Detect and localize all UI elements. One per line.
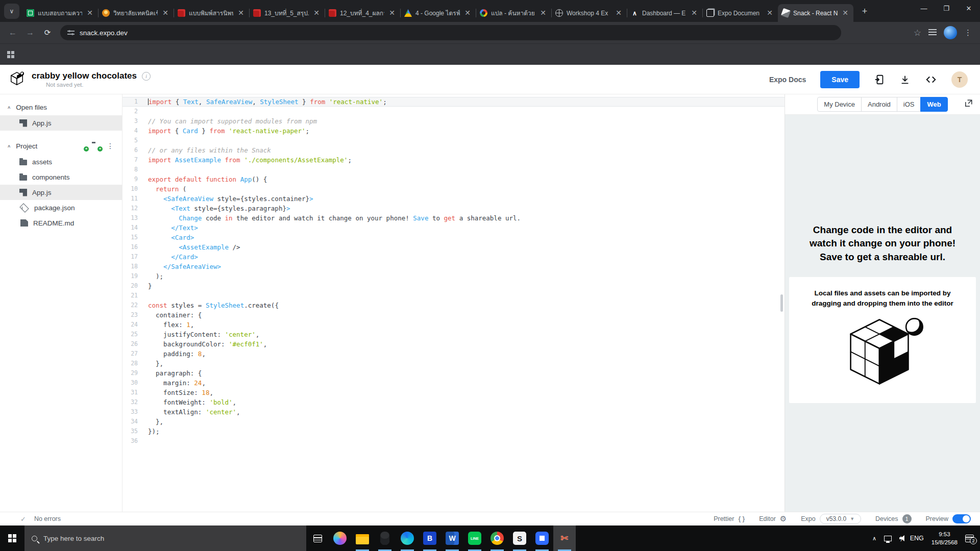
- browser-tab[interactable]: วิทยาลัยเทคนิคเชี✕: [98, 4, 174, 22]
- start-button[interactable]: [0, 525, 24, 551]
- line-icon[interactable]: LINE: [463, 525, 486, 551]
- maximize-button[interactable]: ❐: [935, 0, 958, 16]
- device-tab-web[interactable]: Web: [920, 97, 947, 112]
- tab-close-icon[interactable]: ✕: [766, 9, 774, 17]
- snack-favicon: [781, 8, 791, 18]
- open-files-header[interactable]: ∧ Open files: [0, 99, 122, 115]
- task-view-button[interactable]: [306, 525, 329, 551]
- tab-close-icon[interactable]: ✕: [615, 9, 623, 17]
- tray-chevron-up-icon[interactable]: ∧: [872, 535, 876, 542]
- bookmark-star-icon[interactable]: ☆: [914, 28, 921, 38]
- browser-tab[interactable]: แปล - ค้นหาด้วย✕: [476, 4, 551, 22]
- apps-grid-icon[interactable]: [7, 51, 14, 58]
- screen-capture-icon[interactable]: ✂: [553, 525, 576, 551]
- tab-close-icon[interactable]: ✕: [463, 9, 472, 17]
- browser-tab[interactable]: Snack - React N✕: [778, 4, 853, 22]
- site-info-icon[interactable]: [67, 29, 75, 36]
- side-panel-icon[interactable]: [928, 29, 937, 36]
- tab-title: Snack - React N: [793, 10, 838, 17]
- device-tab-android[interactable]: Android: [861, 97, 897, 112]
- project-menu-icon[interactable]: ⋮: [106, 142, 115, 150]
- browser-tab[interactable]: Workshop 4 Ex✕: [551, 4, 627, 22]
- devices-control[interactable]: Devices 1: [875, 514, 911, 523]
- notification-icon[interactable]: 2: [965, 535, 974, 542]
- reddoc-favicon: [253, 9, 261, 17]
- sidebar-item-components[interactable]: components: [0, 169, 122, 185]
- editor-scrollbar[interactable]: [780, 294, 783, 312]
- sidebar-item-app-js[interactable]: App.js: [0, 115, 122, 131]
- project-header[interactable]: ∧ Project + + ⋮: [0, 138, 122, 154]
- sidebar-item-app-js[interactable]: App.js: [0, 185, 122, 200]
- user-avatar[interactable]: T: [951, 71, 968, 88]
- line-number: 35: [122, 427, 148, 436]
- tab-close-icon[interactable]: ✕: [388, 9, 396, 17]
- language-indicator[interactable]: ENG: [910, 535, 924, 542]
- sidebar-item-readme-md[interactable]: README.md: [0, 215, 122, 231]
- browser-tab[interactable]: ∧Dashboard — E✕: [627, 4, 702, 22]
- chrome-icon[interactable]: [486, 525, 508, 551]
- reload-button[interactable]: ⟳: [40, 25, 55, 40]
- tab-close-icon[interactable]: ✕: [86, 9, 94, 17]
- sidebar-item-assets[interactable]: assets: [0, 154, 122, 169]
- clock[interactable]: 9:53 15/8/2568: [932, 530, 958, 546]
- close-button[interactable]: ✕: [958, 0, 980, 16]
- embed-code-icon[interactable]: [925, 74, 937, 85]
- address-bar[interactable]: snack.expo.dev: [60, 25, 841, 40]
- mouse-utility-icon[interactable]: [374, 525, 396, 551]
- forward-button[interactable]: →: [22, 25, 38, 40]
- browser-tab[interactable]: แบบสอบถามควา✕: [22, 4, 98, 22]
- tab-close-icon[interactable]: ✕: [312, 9, 321, 17]
- back-button[interactable]: ←: [5, 25, 20, 40]
- browser-tab[interactable]: 12_บทที่_4_ผลกา✕: [325, 4, 400, 22]
- file-explorer-icon[interactable]: [351, 525, 374, 551]
- new-folder-icon[interactable]: +: [92, 142, 101, 150]
- code-editor[interactable]: 1import { Text, SafeAreaView, StyleSheet…: [122, 94, 785, 512]
- browser-profile-avatar[interactable]: [944, 26, 957, 39]
- browser-tab[interactable]: Expo Documen✕: [702, 4, 778, 22]
- info-icon[interactable]: i: [142, 72, 151, 81]
- edge-icon[interactable]: [396, 525, 419, 551]
- download-icon[interactable]: [899, 74, 911, 85]
- sidebar-item-package-json[interactable]: package.json: [0, 200, 122, 215]
- taskbar-search-input[interactable]: Type here to search: [24, 525, 306, 551]
- prettier-button[interactable]: Prettier { }: [714, 515, 745, 522]
- volume-icon[interactable]: ): [899, 535, 902, 541]
- device-tab-my-device[interactable]: My Device: [817, 97, 862, 112]
- s-app-icon[interactable]: S: [508, 525, 531, 551]
- browser-tab[interactable]: แบบพิมพ์สารนิพน✕: [174, 4, 249, 22]
- save-button[interactable]: Save: [820, 71, 860, 88]
- preview-toggle-control[interactable]: Preview: [926, 514, 971, 523]
- preview-toggle[interactable]: [952, 514, 971, 523]
- word-icon[interactable]: W: [441, 525, 463, 551]
- tab-close-icon[interactable]: ✕: [539, 9, 547, 17]
- code-text: margin: 24,: [148, 378, 206, 388]
- blue-app-icon[interactable]: [531, 525, 553, 551]
- expo-docs-link[interactable]: Expo Docs: [769, 76, 806, 84]
- paint-app-icon[interactable]: B: [419, 525, 441, 551]
- new-tab-button[interactable]: +: [857, 4, 872, 18]
- run-on-device-icon[interactable]: [874, 74, 885, 85]
- tab-search-button[interactable]: ∨: [4, 4, 19, 19]
- code-text: }: [148, 281, 152, 291]
- minimize-button[interactable]: —: [913, 0, 935, 16]
- tab-close-icon[interactable]: ✕: [690, 9, 698, 17]
- open-external-icon[interactable]: [964, 99, 973, 110]
- tab-close-icon[interactable]: ✕: [841, 9, 849, 17]
- network-icon[interactable]: [884, 536, 892, 541]
- browser-menu-icon[interactable]: ⋮: [964, 28, 972, 37]
- line-number: 20: [122, 281, 148, 291]
- date-text: 15/8/2568: [932, 538, 958, 546]
- copilot-icon[interactable]: [329, 525, 351, 551]
- device-tab-ios[interactable]: iOS: [897, 97, 921, 112]
- tab-close-icon[interactable]: ✕: [161, 9, 169, 17]
- project-title: crabby yellow chocolates: [32, 71, 137, 81]
- browser-tab[interactable]: 13_บทที่_5_สรุป.p✕: [249, 4, 325, 22]
- browser-tab[interactable]: 4 - Google ไดรฟ์✕: [400, 4, 476, 22]
- snack-header: crabby yellow chocolates i Not saved yet…: [0, 65, 980, 94]
- sdk-version-dropdown[interactable]: v53.0.0 ▼: [820, 514, 861, 524]
- tab-close-icon[interactable]: ✕: [237, 9, 245, 17]
- title-block: crabby yellow chocolates i Not saved yet…: [32, 71, 151, 88]
- new-file-icon[interactable]: +: [78, 142, 87, 150]
- reddoc-favicon: [329, 9, 336, 17]
- editor-settings-button[interactable]: Editor ⚙: [759, 514, 787, 523]
